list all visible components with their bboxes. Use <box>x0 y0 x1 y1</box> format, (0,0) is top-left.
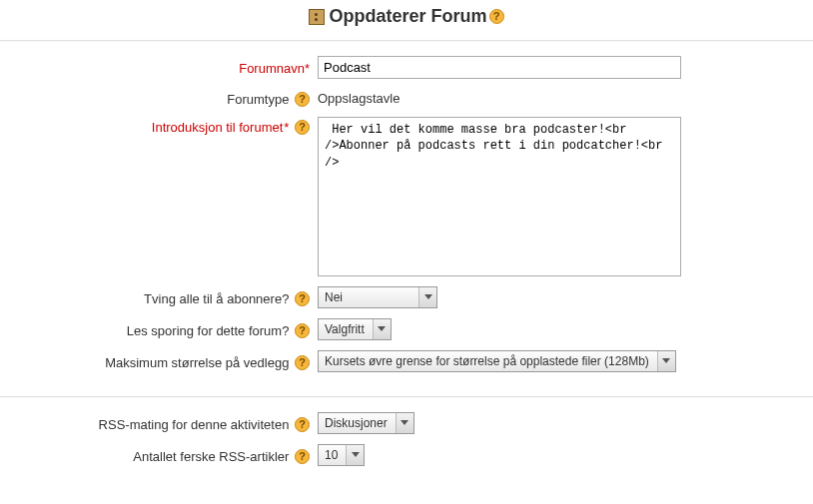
subscribe-select[interactable]: Nei <box>318 286 437 308</box>
maxsize-select[interactable]: Kursets øvre grense for størrelse på opp… <box>318 350 676 372</box>
help-icon[interactable] <box>295 120 310 135</box>
chevron-down-icon <box>657 351 675 371</box>
rssfeed-select[interactable]: Diskusjoner <box>318 412 414 434</box>
chevron-down-icon <box>346 445 364 465</box>
tracking-select[interactable]: Valgfritt <box>318 318 392 340</box>
help-icon[interactable] <box>295 291 310 306</box>
label-tracking: Les sporing for dette forum? <box>18 320 318 338</box>
chevron-down-icon <box>396 413 413 433</box>
label-subscribe: Tving alle til å abonnere? <box>18 288 318 306</box>
general-section: Forumnavn* Forumtype Oppslagstavle Intro… <box>0 42 813 396</box>
help-icon[interactable] <box>295 323 310 338</box>
help-icon[interactable] <box>295 355 310 370</box>
label-intro: Introduksjon til forumet* <box>18 117 318 135</box>
rss-section: RSS-mating for denne aktiviteten Diskusj… <box>0 398 813 490</box>
help-icon[interactable] <box>295 417 310 432</box>
page-title: Oppdaterer Forum <box>329 6 486 27</box>
label-rsscount: Antallet ferske RSS-artikler <box>18 446 318 464</box>
help-icon[interactable] <box>295 92 310 107</box>
label-maxsize: Maksimum størrelse på vedlegg <box>18 352 318 370</box>
label-forumname: Forumnavn* <box>18 58 318 76</box>
label-rssfeed: RSS-mating for denne aktiviteten <box>18 414 318 432</box>
help-icon[interactable] <box>295 449 310 464</box>
chevron-down-icon <box>418 287 436 307</box>
forum-icon <box>309 9 325 25</box>
intro-textarea[interactable]: Her vil det komme masse bra podcaster!<b… <box>318 117 681 276</box>
rsscount-select[interactable]: 10 <box>318 444 365 466</box>
forumtype-value: Oppslagstavle <box>318 90 400 106</box>
help-icon[interactable] <box>489 9 504 24</box>
page-header: Oppdaterer Forum <box>0 0 813 40</box>
forumname-input[interactable] <box>318 56 681 79</box>
label-forumtype: Forumtype <box>18 89 318 107</box>
chevron-down-icon <box>373 319 391 339</box>
